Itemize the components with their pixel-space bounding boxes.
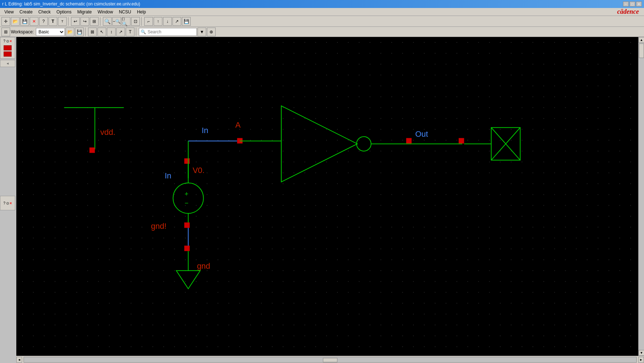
tb2-text[interactable]: T [126,28,134,36]
menu-help[interactable]: Help [134,9,149,15]
tb-sep3 [141,17,143,26]
title-bar: r L Editing: lab5 sim_Inverter_dc schema… [0,0,644,8]
tb2-extra[interactable]: ⊕ [207,28,216,36]
lp-bottom-settings[interactable]: ⊙ [6,201,9,205]
schematic-svg: vdd. V0. In + − In A [16,37,644,356]
tb-sep2 [100,17,101,26]
tb-undo[interactable]: ↩ [71,17,80,26]
tb-help[interactable]: ? [39,17,48,26]
tb2-sep1 [85,28,87,36]
svg-rect-34 [184,222,190,228]
maximize-button[interactable]: □ [630,1,635,7]
cadence-logo: cādence [617,8,643,16]
tb-close-x[interactable]: ✕ [30,17,38,26]
horizontal-scrollbar[interactable] [24,357,637,363]
toolbar1: ✛ 📂 💾 ✕ ? T T ↩ ↪ ⊞ 🔍 −🔍 □🔍 ⊡ ⌐ ↑ ↓ ↗ 💾 [0,16,644,27]
tb-open[interactable]: 📂 [11,17,20,26]
search-box: 🔍 [139,28,197,36]
svg-rect-10 [184,158,190,164]
menu-ncsu[interactable]: NCSU [116,9,134,15]
tb-down[interactable]: ↓ [163,17,172,26]
lp-close-icon[interactable]: × [10,39,12,43]
tb2-move[interactable]: ↕ [107,28,116,36]
hscroll-thumb[interactable] [323,358,337,362]
tb2-btn1[interactable]: ⊞ [1,28,10,36]
tb-zoom-box[interactable]: ⊡ [131,17,140,26]
tb-text1[interactable]: T [49,17,57,26]
tb-zoom-in[interactable]: 🔍 [103,17,112,26]
hscroll-left[interactable]: ◄ [16,357,22,363]
menu-options[interactable]: Options [54,9,74,15]
vscroll-up[interactable]: ▲ [639,37,644,43]
tb-zoom-fit[interactable]: □🔍 [122,17,130,26]
scroll-indicator: ◄ [6,62,9,65]
menu-create[interactable]: Create [17,9,36,15]
tb-pin[interactable]: ↗ [173,17,181,26]
title-text: r L Editing: lab5 sim_Inverter_dc schema… [2,1,140,7]
svg-text:A: A [235,120,241,129]
menu-window[interactable]: Window [95,9,116,15]
lp-settings-icon[interactable]: ⊙ [6,39,9,43]
tb2-stretch2[interactable]: ↗ [116,28,125,36]
menu-check[interactable]: Check [36,9,54,15]
svg-rect-36 [184,246,190,251]
vscroll-thumb[interactable] [639,44,644,58]
tb2-open2[interactable]: 📂 [66,28,74,36]
lp-red-btn1[interactable] [4,45,12,50]
lp-bottom-help[interactable]: ? [3,201,5,205]
svg-text:vdd.: vdd. [100,128,116,137]
svg-text:+: + [184,191,188,198]
tb2-search-dropdown[interactable]: ▼ [198,28,206,36]
svg-text:In: In [201,126,208,135]
menu-view[interactable]: View [1,9,17,15]
svg-rect-25 [406,138,412,144]
canvas-area[interactable]: vdd. V0. In + − In A [16,37,644,356]
search-input[interactable] [148,29,191,34]
vertical-scrollbar: ▲ ▼ [638,37,644,356]
tb-crosshair[interactable]: ✛ [1,17,10,26]
lp-bottom-close[interactable]: × [10,201,12,205]
menu-bar: View Create Check Options Migrate Window… [0,8,644,16]
svg-rect-2 [17,37,643,356]
lp-red-btn2[interactable] [4,51,12,57]
tb2-save2[interactable]: 💾 [75,28,84,36]
tb-stretch[interactable]: ⊞ [90,17,99,26]
tb-save2[interactable]: 💾 [182,17,191,26]
svg-text:Out: Out [415,129,428,139]
minimize-button[interactable]: − [623,1,629,7]
left-panel-bottom: ? ⊙ × [0,196,15,210]
svg-text:gnd: gnd [197,261,210,271]
workspace-select[interactable]: Basic [36,28,65,36]
svg-rect-27 [459,138,464,144]
menu-migrate[interactable]: Migrate [74,9,95,15]
left-panel-top: ? ⊙ × [0,37,15,59]
left-panel-scroll: ◄ [0,60,15,67]
tb2-sep2 [136,28,137,36]
search-icon: 🔍 [141,29,146,34]
vscroll-down[interactable]: ▼ [639,350,644,356]
tb-zoom-out[interactable]: −🔍 [112,17,121,26]
tb2-arrow[interactable]: ↖ [97,28,106,36]
tb-add-wire[interactable]: ⌐ [144,17,153,26]
bottom-panel: ◄ ► [16,356,644,363]
tb-sep1 [68,17,70,26]
tb-save[interactable]: 💾 [20,17,29,26]
workspace-label: Workspace: [11,29,34,34]
tb2-select[interactable]: ⊠ [88,28,97,36]
title-bar-buttons: − □ × [623,1,642,7]
tb-up[interactable]: ↑ [154,17,162,26]
svg-text:In: In [165,171,171,180]
close-button[interactable]: × [636,1,642,7]
svg-rect-6 [90,148,95,153]
toolbar2: ⊞ Workspace: Basic 📂 💾 ⊠ ↖ ↕ ↗ T 🔍 ▼ ⊕ [0,27,644,37]
svg-text:−: − [184,199,188,207]
lp-help-icon[interactable]: ? [3,39,5,43]
tb-text2[interactable]: T [58,17,67,26]
hscroll-right[interactable]: ► [638,357,644,363]
svg-text:gnd!: gnd! [151,222,167,231]
svg-text:V0.: V0. [192,166,204,175]
tb-redo[interactable]: ↪ [80,17,89,26]
